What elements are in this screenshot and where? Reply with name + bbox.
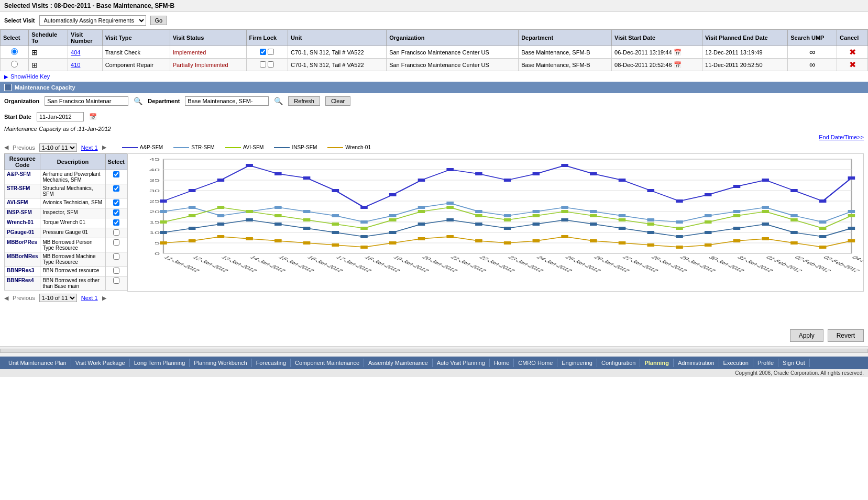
start-cal-icon-1[interactable]: 📅	[674, 61, 682, 69]
resource-select-cell[interactable]	[105, 218, 127, 228]
resource-check-5[interactable]	[113, 229, 119, 236]
svg-rect-97	[189, 227, 196, 230]
pagination-range-bottom[interactable]: 1-10 of 11	[39, 294, 77, 302]
nav-item-visit-work-package[interactable]: Visit Work Package	[71, 359, 130, 367]
previous-label-bottom[interactable]: Previous	[13, 295, 35, 301]
visit-radio-0[interactable]	[11, 48, 18, 55]
nav-item-assembly-maintenance[interactable]: Assembly Maintenance	[364, 359, 433, 367]
table-row: ⊞ 410 Component Repair Partially Impleme…	[1, 59, 868, 71]
resource-select-cell[interactable]	[105, 252, 127, 266]
next-arrow-bottom[interactable]: ▶	[102, 295, 106, 302]
next-link-top[interactable]: Next 1	[81, 145, 98, 151]
nav-item-long-term-planning[interactable]: Long Term Planning	[130, 359, 190, 367]
resource-select-cell[interactable]	[105, 276, 127, 291]
refresh-button[interactable]: Refresh	[288, 96, 320, 106]
nav-item-auto-visit-planning[interactable]: Auto Visit Planning	[433, 359, 490, 367]
search-ump-icon-0[interactable]: ∞	[809, 48, 815, 57]
prev-arrow-bottom[interactable]: ◀	[4, 295, 8, 302]
unit-check-1[interactable]	[268, 61, 274, 68]
calendar-icon[interactable]: 📅	[89, 113, 97, 120]
expand-icon-1[interactable]: ⊞	[31, 61, 38, 69]
visit-number-cell[interactable]: 410	[68, 59, 103, 71]
nav-item-unit-maintenance-plan[interactable]: Unit Maintenance Plan	[4, 359, 71, 367]
prev-arrow-top[interactable]: ◀	[4, 144, 8, 151]
nav-item-configuration[interactable]: Configuration	[597, 359, 640, 367]
svg-rect-61	[590, 210, 597, 213]
show-hide-key[interactable]: Show/Hide Key	[0, 71, 868, 82]
expand-icon-0[interactable]: ⊞	[31, 48, 38, 57]
nav-item-profile[interactable]: Profile	[753, 359, 778, 367]
nav-item-home[interactable]: Home	[490, 359, 514, 367]
resource-select-cell[interactable]	[105, 170, 127, 184]
revert-button[interactable]: Revert	[828, 329, 864, 342]
resource-check-1[interactable]	[113, 185, 119, 192]
nav-item-administration[interactable]: Administration	[674, 359, 719, 367]
resource-code-cell: MBBorMRes	[5, 252, 40, 266]
cancel-cell[interactable]: ✖	[837, 59, 868, 71]
visit-radio-1[interactable]	[11, 61, 18, 68]
resource-check-2[interactable]	[113, 199, 119, 206]
svg-rect-60	[561, 206, 568, 209]
col-visit-planned-end-date: Visit Planned End Date	[702, 30, 788, 46]
select-radio-cell[interactable]	[1, 46, 29, 59]
start-date-input[interactable]	[37, 112, 84, 121]
resource-check-7[interactable]	[113, 253, 119, 260]
cancel-icon-0[interactable]: ✖	[849, 48, 856, 57]
unit-check-0[interactable]	[268, 49, 274, 55]
nav-item-planning[interactable]: Planning	[640, 359, 673, 367]
firm-lock-cell[interactable]	[246, 46, 288, 59]
search-ump-cell[interactable]: ∞	[788, 46, 837, 59]
apply-button[interactable]: Apply	[790, 329, 823, 342]
resource-check-8[interactable]	[113, 268, 119, 274]
resource-check-4[interactable]	[113, 219, 119, 226]
nav-item-sign-out[interactable]: Sign Out	[778, 359, 810, 367]
svg-rect-74	[246, 210, 253, 213]
select-visit-dropdown[interactable]: Automatically Assign Requirements	[39, 15, 146, 26]
pagination-range-top[interactable]: 1-10 of 11	[39, 143, 77, 152]
search-ump-cell[interactable]: ∞	[788, 59, 837, 71]
select-radio-cell[interactable]	[1, 59, 29, 71]
nav-item-engineering[interactable]: Engineering	[557, 359, 597, 367]
cancel-cell[interactable]: ✖	[837, 46, 868, 59]
previous-label-top[interactable]: Previous	[13, 145, 35, 151]
resource-select-cell[interactable]	[105, 184, 127, 198]
nav-item-forecasting[interactable]: Forecasting	[252, 359, 291, 367]
resource-check-6[interactable]	[113, 239, 119, 246]
svg-rect-102	[332, 231, 339, 234]
resource-select-cell[interactable]	[105, 238, 127, 252]
visit-number-link-1[interactable]: 410	[71, 62, 80, 68]
resource-select-cell[interactable]	[105, 228, 127, 238]
resource-select-cell[interactable]	[105, 208, 127, 218]
go-button[interactable]: Go	[150, 16, 168, 25]
firm-lock-check-1[interactable]	[260, 61, 266, 68]
next-link-bottom[interactable]: Next 1	[81, 295, 98, 301]
resource-select-cell[interactable]	[105, 266, 127, 276]
dept-search-icon[interactable]: 🔍	[274, 97, 283, 105]
resource-check-0[interactable]	[113, 171, 119, 177]
clear-button[interactable]: Clear	[325, 96, 350, 106]
nav-item-cmro-home[interactable]: CMRO Home	[514, 359, 557, 367]
nav-item-component-maintenance[interactable]: Component Maintenance	[291, 359, 364, 367]
resource-select-cell[interactable]	[105, 198, 127, 208]
start-cal-icon-0[interactable]: 📅	[674, 49, 682, 56]
department-input[interactable]	[185, 96, 269, 106]
firm-lock-cell[interactable]	[246, 59, 288, 71]
org-search-icon[interactable]: 🔍	[134, 97, 142, 105]
nav-item-planning-workbench[interactable]: Planning Workbench	[190, 359, 251, 367]
chart-wrap: 05101520253035404511-Jan-201212-Jan-2012…	[127, 153, 864, 292]
resource-check-3[interactable]	[113, 209, 119, 216]
cancel-icon-1[interactable]: ✖	[849, 60, 856, 69]
resource-check-9[interactable]	[113, 277, 119, 284]
scrollbar[interactable]	[0, 349, 868, 353]
svg-rect-57	[475, 210, 482, 213]
search-ump-icon-1[interactable]: ∞	[809, 60, 815, 69]
visit-number-link-0[interactable]: 404	[71, 49, 80, 55]
svg-rect-32	[475, 172, 482, 175]
col-cancel: Cancel	[837, 30, 868, 46]
end-date-link[interactable]: End Date/Time>>	[0, 133, 868, 141]
organization-input[interactable]	[45, 96, 128, 106]
next-arrow-top[interactable]: ▶	[102, 144, 106, 151]
visit-number-cell[interactable]: 404	[68, 46, 103, 59]
nav-item-execution[interactable]: Execution	[719, 359, 753, 367]
firm-lock-check-0[interactable]	[260, 49, 266, 55]
